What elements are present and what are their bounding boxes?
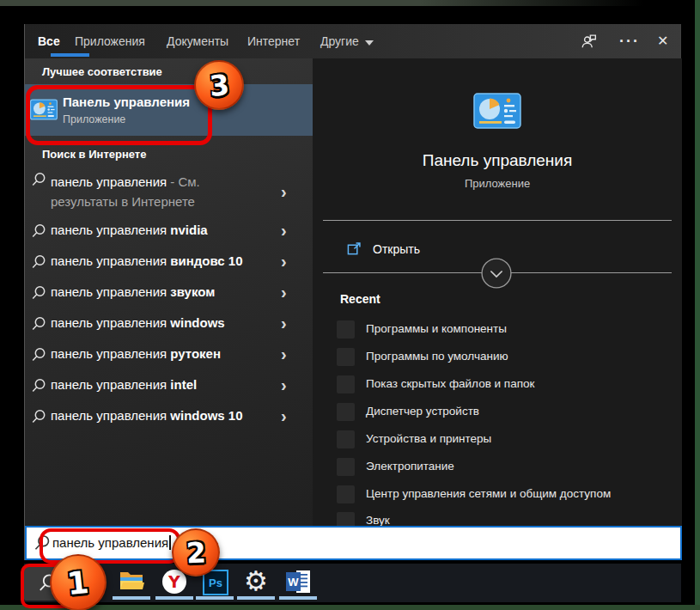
tab-apps[interactable]: Приложения xyxy=(75,34,145,48)
chevron-right-icon[interactable]: › xyxy=(281,345,287,364)
annotation-step-2: 2 xyxy=(172,528,220,576)
suggestion-row[interactable]: панель управления windows 10 › xyxy=(25,401,313,432)
control-panel-icon-large xyxy=(473,93,521,132)
annotation-box-search-text xyxy=(40,528,180,564)
recent-item[interactable]: Показ скрытых файлов и папок xyxy=(313,371,682,399)
search-icon xyxy=(31,316,46,332)
running-app-indicator xyxy=(237,596,275,600)
search-icon xyxy=(31,285,46,301)
best-match-header: Лучшее соответствие xyxy=(42,65,162,78)
file-explorer-icon[interactable] xyxy=(119,570,144,596)
tab-bar: Все Приложения Документы Интернет Другие… xyxy=(25,24,680,58)
app-icon xyxy=(337,348,355,366)
chevron-right-icon[interactable]: › xyxy=(281,283,287,302)
web-search-result[interactable]: панель управления - См. результаты в Инт… xyxy=(25,167,313,213)
app-icon xyxy=(337,512,355,526)
desktop-edge-top xyxy=(0,0,700,6)
recent-item[interactable]: Центр управления сетями и общим доступом xyxy=(313,481,682,509)
desktop-edge-bottom xyxy=(0,605,700,610)
recent-item-label: Устройства и принтеры xyxy=(366,432,491,445)
recent-item[interactable]: Диспетчер устройств xyxy=(313,399,682,426)
preview-app-subtitle: Приложение xyxy=(313,177,682,190)
running-app-indicator xyxy=(196,596,234,600)
suggestion-row[interactable]: панель управления intel › xyxy=(25,370,313,401)
taskbar: Y Ps ⚙ W xyxy=(24,564,681,602)
recent-item[interactable]: Программы и компоненты xyxy=(313,316,682,344)
recent-item-label: Центр управления сетями и общим доступом xyxy=(366,487,611,500)
tab-more[interactable]: Другие xyxy=(320,34,374,48)
suggestion-label: панель управления nvidia xyxy=(51,223,208,237)
screen: Все Приложения Документы Интернет Другие… xyxy=(0,0,700,610)
tab-web[interactable]: Интернет xyxy=(247,34,300,48)
suggestion-label: панель управления intel xyxy=(51,377,197,392)
app-icon xyxy=(337,485,355,503)
preview-app-title: Панель управления xyxy=(313,151,682,170)
suggestion-label: панель управления виндовс 10 xyxy=(51,253,243,268)
suggestion-row[interactable]: панель управления nvidia › xyxy=(25,216,313,247)
recent-item-label: Электропитание xyxy=(366,460,454,473)
recent-item[interactable]: Электропитание xyxy=(313,454,682,481)
annotation-number: 2 xyxy=(186,535,207,570)
chevron-right-icon[interactable]: › xyxy=(281,406,287,426)
suggestion-row[interactable]: панель управления виндовс 10 › xyxy=(25,247,313,278)
web-search-header: Поиск в Интернете xyxy=(42,148,146,161)
search-icon xyxy=(31,378,46,393)
open-external-icon xyxy=(347,241,362,259)
search-icon xyxy=(31,223,46,239)
suggestion-row[interactable]: панель управления windows › xyxy=(25,308,313,339)
running-app-indicator xyxy=(155,596,193,600)
word-icon[interactable]: W xyxy=(286,570,312,597)
recent-header: Recent xyxy=(340,292,380,306)
recent-item[interactable]: Звук xyxy=(313,508,682,526)
app-icon xyxy=(337,458,355,476)
recent-item[interactable]: Устройства и принтеры xyxy=(313,426,682,454)
chevron-right-icon[interactable]: › xyxy=(281,182,287,202)
open-label: Открыть xyxy=(373,242,420,256)
app-icon xyxy=(337,403,355,421)
suggestion-label: панель управления рутокен xyxy=(51,346,221,361)
annotation-number: 3 xyxy=(208,68,230,103)
yandex-browser-icon[interactable]: Y xyxy=(162,570,186,594)
suggestion-row[interactable]: панель управления рутокен › xyxy=(25,339,313,370)
running-app-indicator xyxy=(113,596,150,600)
close-icon[interactable]: ✕ xyxy=(657,34,668,49)
app-icon xyxy=(337,375,355,393)
desktop-edge-right xyxy=(695,0,700,610)
more-options-icon[interactable]: ··· xyxy=(619,34,640,49)
search-icon xyxy=(31,254,46,270)
tab-documents[interactable]: Документы xyxy=(167,34,228,48)
suggestion-label: панель управления windows xyxy=(51,315,225,330)
active-tab-underline xyxy=(51,53,89,57)
recent-item-label: Программы и компоненты xyxy=(366,322,507,335)
divider xyxy=(323,220,672,221)
recent-item-label: Диспетчер устройств xyxy=(366,405,479,418)
running-app-indicator xyxy=(279,596,317,600)
annotation-step-1: 1 xyxy=(50,554,107,610)
annotation-number: 1 xyxy=(65,564,90,601)
chevron-right-icon[interactable]: › xyxy=(281,221,287,241)
annotation-step-3: 3 xyxy=(194,60,244,110)
chevron-right-icon[interactable]: › xyxy=(281,314,287,333)
search-icon xyxy=(31,172,46,187)
feedback-icon[interactable] xyxy=(580,32,599,54)
chevron-down-icon xyxy=(365,40,374,46)
preview-panel: Панель управления Приложение Открыть xyxy=(313,58,682,526)
suggestion-label: панель управления windows 10 xyxy=(51,408,243,423)
web-result-label: панель управления - См. результаты в Инт… xyxy=(51,172,267,211)
app-icon xyxy=(337,320,355,339)
chevron-right-icon[interactable]: › xyxy=(281,375,287,395)
recent-item[interactable]: Программы по умолчанию xyxy=(313,344,682,371)
recent-item-label: Звук xyxy=(366,514,390,526)
expand-chevron-icon[interactable] xyxy=(480,257,513,293)
app-icon xyxy=(337,430,355,448)
search-icon xyxy=(31,347,46,363)
tab-all[interactable]: Все xyxy=(38,34,60,48)
settings-gear-icon[interactable]: ⚙ xyxy=(244,568,268,595)
recent-item-label: Программы по умолчанию xyxy=(366,350,508,363)
svg-text:W: W xyxy=(288,576,299,589)
chevron-right-icon[interactable]: › xyxy=(281,252,287,271)
search-icon xyxy=(31,409,46,424)
recent-item-label: Показ скрытых файлов и папок xyxy=(366,377,534,390)
suggestion-label: панель управления звуком xyxy=(51,284,215,299)
suggestion-row[interactable]: панель управления звуком › xyxy=(25,278,313,308)
